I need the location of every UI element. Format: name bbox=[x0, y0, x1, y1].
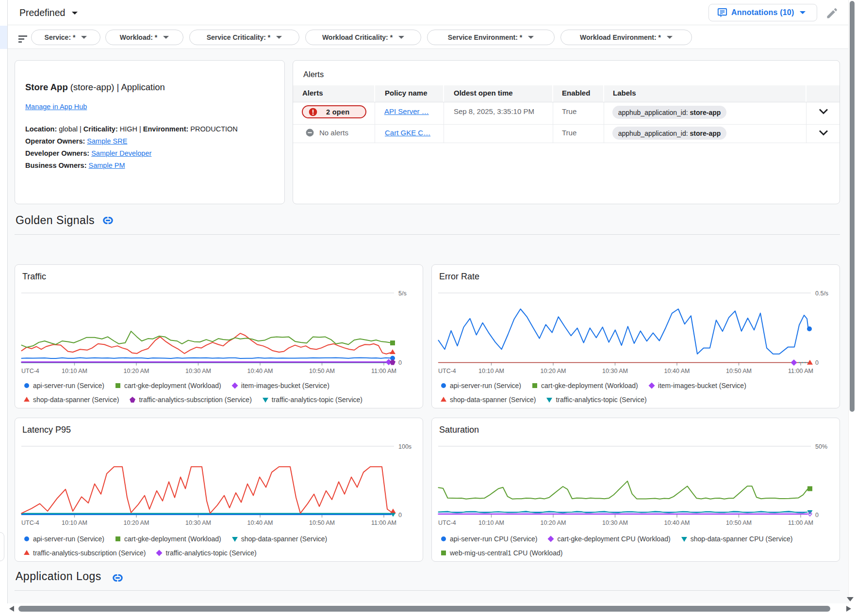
svg-text:10:40 AM: 10:40 AM bbox=[247, 519, 273, 526]
svg-text:5/s: 5/s bbox=[398, 290, 407, 297]
svg-text:0.5/s: 0.5/s bbox=[815, 290, 828, 297]
svg-text:10:50 AM: 10:50 AM bbox=[309, 368, 335, 374]
svg-text:10:30 AM: 10:30 AM bbox=[185, 368, 211, 374]
svg-text:11:00 AM: 11:00 AM bbox=[788, 519, 813, 526]
svg-text:0: 0 bbox=[398, 512, 402, 519]
svg-text:10:40 AM: 10:40 AM bbox=[664, 368, 690, 374]
svg-text:10:30 AM: 10:30 AM bbox=[185, 519, 211, 526]
svg-text:0: 0 bbox=[398, 359, 402, 366]
svg-text:11:00 AM: 11:00 AM bbox=[371, 368, 396, 374]
svg-text:10:50 AM: 10:50 AM bbox=[726, 519, 752, 526]
svg-text:UTC-4: UTC-4 bbox=[438, 368, 456, 374]
svg-text:10:10 AM: 10:10 AM bbox=[478, 368, 504, 374]
svg-text:UTC-4: UTC-4 bbox=[21, 519, 39, 526]
svg-text:10:10 AM: 10:10 AM bbox=[62, 368, 87, 374]
svg-text:11:00 AM: 11:00 AM bbox=[371, 519, 396, 526]
svg-text:10:50 AM: 10:50 AM bbox=[309, 519, 335, 526]
svg-text:10:30 AM: 10:30 AM bbox=[602, 519, 628, 526]
svg-text:10:40 AM: 10:40 AM bbox=[247, 368, 273, 374]
svg-text:10:30 AM: 10:30 AM bbox=[602, 368, 628, 374]
svg-text:50%: 50% bbox=[815, 443, 827, 450]
svg-text:10:20 AM: 10:20 AM bbox=[124, 368, 149, 374]
svg-text:10:20 AM: 10:20 AM bbox=[124, 519, 149, 526]
svg-text:10:10 AM: 10:10 AM bbox=[478, 519, 504, 526]
svg-text:11:00 AM: 11:00 AM bbox=[788, 368, 813, 374]
svg-text:10:40 AM: 10:40 AM bbox=[664, 519, 690, 526]
svg-text:UTC-4: UTC-4 bbox=[21, 368, 39, 374]
svg-text:10:10 AM: 10:10 AM bbox=[62, 519, 87, 526]
svg-text:10:50 AM: 10:50 AM bbox=[726, 368, 752, 374]
svg-text:100s: 100s bbox=[398, 443, 412, 450]
svg-text:10:20 AM: 10:20 AM bbox=[541, 519, 566, 526]
svg-text:10:20 AM: 10:20 AM bbox=[541, 368, 566, 374]
svg-text:UTC-4: UTC-4 bbox=[438, 519, 456, 526]
svg-text:0: 0 bbox=[815, 359, 819, 366]
svg-text:0: 0 bbox=[815, 512, 819, 519]
